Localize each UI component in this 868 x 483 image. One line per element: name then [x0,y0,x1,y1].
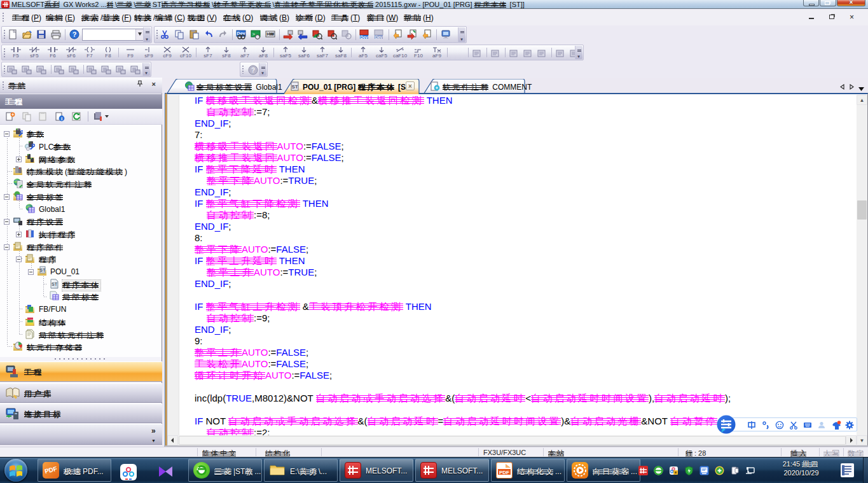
svg-text:ST: ST [40,268,45,272]
svg-text:ST: ST [52,282,58,286]
svg-text:?: ? [72,31,77,38]
svg-text:H₩: H₩ [266,32,274,36]
svg-text:ST: ST [291,84,298,90]
svg-text:Dev: Dev [361,35,368,39]
svg-text:PDF: PDF [499,470,509,475]
svg-text:i: i [61,116,62,122]
svg-text:Dev: Dev [375,35,383,39]
svg-text:?: ? [251,67,255,74]
